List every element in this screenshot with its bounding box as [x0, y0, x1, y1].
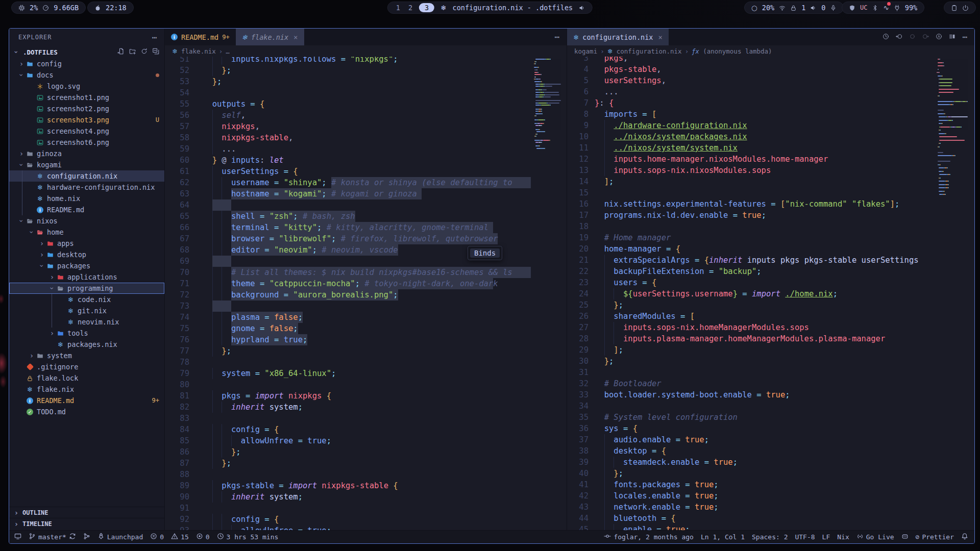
tree-item-docs[interactable]: ›docs	[9, 69, 164, 81]
workspace-2[interactable]: 2	[407, 4, 414, 12]
tree-item-code.nix[interactable]: ❄code.nix	[9, 294, 164, 305]
system-stats-pill[interactable]: 2% 9.66GB	[11, 2, 86, 14]
workspace-3[interactable]: 3	[419, 3, 434, 12]
tree-item-home[interactable]: ›home	[9, 227, 164, 238]
tree-item-readme.md[interactable]: iREADME.md	[9, 204, 164, 215]
line-number: 84	[165, 424, 189, 435]
more-actions-icon[interactable]: ⋯	[554, 32, 559, 42]
status-commit-graph-icon[interactable]	[83, 533, 90, 541]
status-clock-icon[interactable]: 3 hrs 53 mins	[217, 533, 279, 541]
tree-item-logo.svg[interactable]: logo.svg	[9, 81, 164, 92]
folder-open-icon	[26, 162, 34, 168]
minimap-left[interactable]	[531, 57, 567, 530]
next-change-circle-icon[interactable]	[922, 32, 929, 42]
tree-item-screenshot4.png[interactable]: screenshot4.png	[9, 126, 164, 137]
open-changes-icon[interactable]	[949, 32, 955, 42]
tree-item-ginoza[interactable]: ›ginoza	[9, 148, 164, 159]
gitlens-graph-icon[interactable]	[936, 32, 942, 42]
status-radio-tower-icon[interactable]: 0	[196, 533, 210, 541]
collapse-folders-icon[interactable]	[153, 48, 159, 56]
status-broadcast-icon[interactable]: Go Live	[856, 533, 894, 541]
tree-item-config[interactable]: ›config	[9, 58, 164, 69]
breadcrumb-item[interactable]: ❄ flake.nix	[172, 47, 216, 55]
status-utf-8[interactable]: UTF-8	[795, 533, 815, 541]
status-errors-icon[interactable]: 0	[150, 533, 164, 541]
editor-configuration-nix[interactable]: 3 pkgs,4 pkgs-stable,5 userSettings,6 ..…	[567, 57, 935, 530]
status-remote-icon[interactable]	[14, 533, 21, 541]
explorer-more-actions-icon[interactable]: ⋯	[152, 33, 157, 42]
tree-item-hardware-configuration.nix[interactable]: ❄hardware-configuration.nix	[9, 182, 164, 193]
sync-icon	[69, 533, 76, 541]
tree-item-programming[interactable]: ›programming	[9, 283, 164, 294]
workspace-root-row[interactable]: › .DOTFILES	[9, 46, 164, 58]
more-actions-icon[interactable]: ⋯	[962, 32, 967, 42]
history-icon[interactable]	[883, 32, 889, 42]
breadcrumb-item[interactable]: ƒx (anonymous lambda)	[692, 47, 772, 55]
status-rocket-icon[interactable]: Launchpad	[97, 533, 143, 541]
tree-item-screenshot6.png[interactable]: screenshot6.png	[9, 137, 164, 148]
line-number: 27	[567, 322, 589, 333]
breadcrumb-item[interactable]: …	[226, 47, 230, 55]
refresh-explorer-icon[interactable]	[141, 48, 148, 56]
quick-settings-pill[interactable]: ○ 20% 1 0	[744, 2, 844, 14]
breadcrumb-right[interactable]: kogami›❄ configuration.nix›ƒx (anonymous…	[567, 45, 974, 57]
tab-flake.nix[interactable]: ❄flake.nix×	[236, 29, 304, 45]
workspace-1[interactable]: 1	[395, 4, 402, 12]
tab-configuration.nix[interactable]: ❄configuration.nix×	[567, 29, 669, 45]
status-ln-1-col-1[interactable]: Ln 1, Col 1	[701, 533, 745, 541]
status-bell-icon[interactable]	[961, 533, 968, 541]
tab-readme.md[interactable]: iREADME.md9+	[165, 29, 236, 45]
close-tab-icon[interactable]: ×	[658, 33, 662, 41]
status-git-branch-icon[interactable]: master*	[29, 533, 76, 541]
status-spaces-2[interactable]: Spaces: 2	[752, 533, 788, 541]
tree-item-neovim.nix[interactable]: ❄neovim.nix	[9, 316, 164, 328]
status-warnings-icon[interactable]: 15	[171, 533, 189, 541]
tree-item-screenshot2.png[interactable]: screenshot2.png	[9, 103, 164, 114]
tree-item-flake.nix[interactable]: ❄flake.nix	[9, 384, 164, 395]
outline-section[interactable]: ›OUTLINE	[9, 507, 164, 518]
breadcrumb-item[interactable]: kogami	[574, 47, 597, 55]
tree-item-kogami[interactable]: ›kogami	[9, 159, 164, 170]
status-copilot-icon[interactable]	[901, 533, 909, 541]
breadcrumb-left[interactable]: ❄ flake.nix›…	[165, 45, 567, 57]
minimap-right[interactable]	[935, 57, 974, 530]
new-file-icon[interactable]	[117, 48, 124, 56]
prev-change-icon[interactable]	[896, 32, 902, 42]
tree-item-git.nix[interactable]: ❄git.nix	[9, 305, 164, 316]
change-circle-icon[interactable]	[909, 32, 916, 42]
tree-item-packages.nix[interactable]: ❄packages.nix	[9, 339, 164, 350]
status-nix[interactable]: Nix	[837, 533, 849, 541]
tree-item-readme.md[interactable]: iREADME.md9+	[9, 395, 164, 406]
brightness-icon: ○	[751, 4, 757, 12]
folder-open-icon	[36, 229, 44, 236]
tree-item-packages[interactable]: ›packages	[9, 260, 164, 271]
tree-item-tools[interactable]: ›tools	[9, 328, 164, 339]
tree-item-.gitignore[interactable]: .gitignore	[9, 361, 164, 372]
breadcrumb-item[interactable]: ❄ configuration.nix	[607, 47, 682, 55]
clock-pill[interactable]: 22:18	[87, 2, 134, 14]
status-lf[interactable]: LF	[822, 533, 830, 541]
timeline-section[interactable]: ›TIMELINE	[9, 518, 164, 529]
tree-item-screenshot1.png[interactable]: screenshot1.png	[9, 92, 164, 103]
new-folder-icon[interactable]	[129, 48, 136, 56]
tree-item-system[interactable]: ›system	[9, 350, 164, 361]
tree-item-flake.lock[interactable]: flake.lock	[9, 372, 164, 384]
session-pill[interactable]	[944, 2, 976, 14]
status-commit-icon[interactable]: foglar, 2 months ago	[604, 533, 694, 541]
editor-flake-nix[interactable]: 51 inputs.nixpkgs.follows = "nixpkgs";52…	[165, 57, 531, 530]
line-number: 37	[567, 434, 589, 445]
tree-item-applications[interactable]: ›applications	[9, 271, 164, 283]
line-number: 78	[165, 357, 189, 368]
tree-item-screenshot3.png[interactable]: screenshot3.pngU	[9, 114, 164, 126]
tree-item-todo.md[interactable]: ✓TODO.md	[9, 406, 164, 417]
tree-item-configuration.nix[interactable]: ❄configuration.nix	[9, 170, 164, 182]
tree-item-apps[interactable]: ›apps	[9, 238, 164, 249]
folder-open-icon	[56, 285, 65, 292]
status-prettier-icon[interactable]: ⊘Prettier	[916, 533, 954, 541]
close-tab-icon[interactable]: ×	[293, 33, 298, 41]
chevron-right-icon: ›	[38, 251, 46, 259]
tree-item-home.nix[interactable]: ❄home.nix	[9, 193, 164, 204]
tree-item-nixos[interactable]: ›nixos	[9, 215, 164, 227]
tree-item-desktop[interactable]: ›desktop	[9, 249, 164, 260]
system-tray-pill[interactable]: UC ∿ 99%	[842, 2, 924, 14]
